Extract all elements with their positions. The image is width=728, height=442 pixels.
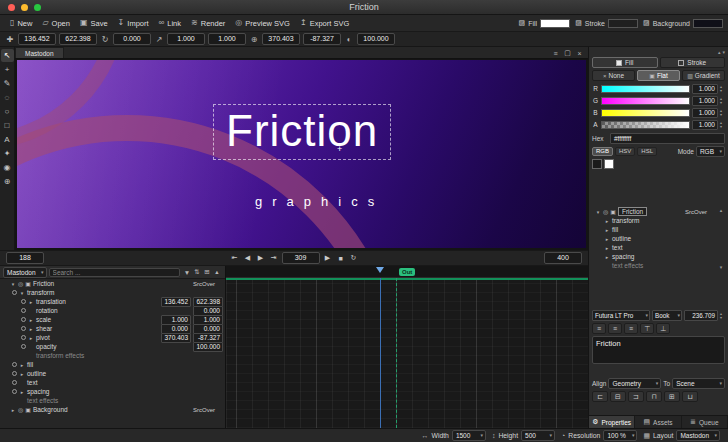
align-relative-select[interactable]: Scene [672,378,725,389]
fill-swatch[interactable] [540,19,570,28]
spinner-icon[interactable] [720,85,725,93]
pivot-x-field[interactable]: 370.403 [262,33,300,45]
record-dot-icon[interactable] [12,362,17,367]
rotation-field[interactable]: 0.000 [113,33,151,45]
expand-arrow-icon[interactable]: ▾ [19,290,25,296]
align-left-button[interactable]: ⊏ [592,391,608,402]
playhead-handle[interactable] [376,267,384,277]
import-button[interactable]: ↧ Import [113,17,154,30]
visibility-eye-icon[interactable]: ◎ [18,406,23,413]
statusbar-select[interactable]: 100 % [603,430,637,441]
timeline-grid[interactable] [226,280,588,428]
save-button[interactable]: ▣ Save [75,17,113,30]
timeline-tree-row[interactable]: ◎ ▣ transform effects [0,351,225,360]
fill-checkbox[interactable] [616,60,622,66]
fill-tab[interactable]: Fill [592,57,658,68]
stroke-checkbox[interactable] [678,60,684,66]
statusbar-select[interactable]: 1500 [452,430,486,441]
record-dot-icon[interactable] [21,317,26,322]
value-field[interactable]: 100.000 [193,342,223,352]
channel-value-field[interactable]: 1.000 [692,84,718,94]
mode-select[interactable]: RGB [696,146,725,157]
record-dot-icon[interactable] [21,344,26,349]
export-svg-button[interactable]: ↥ Export SVG [295,17,354,30]
expand-arrow-icon[interactable]: ▸ [604,227,610,233]
object-tree-row[interactable]: ◎ ▣ text effects [592,261,725,270]
expand-arrow-icon[interactable]: ▸ [19,371,25,377]
blend-mode-select[interactable]: SrcOver [685,209,715,215]
tab-assets[interactable]: ▤ Assets [635,416,681,428]
expand-arrow-icon[interactable]: ▸ [604,254,610,260]
record-dot-icon[interactable] [21,326,26,331]
close-light[interactable] [8,4,15,11]
rgb-mode-button[interactable]: RGB [592,147,613,156]
grid-icon[interactable]: ⊞ [202,268,212,276]
timeline-tree-row[interactable]: ▸ ◎ ▣ pivot 370.403 -87.327 [0,333,225,342]
zoom-light[interactable] [34,4,41,11]
expand-arrow-icon[interactable]: ▸ [28,299,34,305]
paint-flat-button[interactable]: ▣ Flat [637,70,680,81]
value-field[interactable]: 136.452 [161,297,191,307]
frame-end-field[interactable]: 400 [544,252,582,264]
background-swatch[interactable] [693,19,723,28]
record-dot-icon[interactable] [21,308,26,313]
bookmark-color-white[interactable] [604,159,614,169]
pen-tool[interactable]: ✎ [1,77,14,90]
text-align-center-button[interactable]: ≡ [608,323,622,334]
hsv-mode-button[interactable]: HSV [615,147,635,156]
timeline-tree-row[interactable]: ▸ ◎ ▣ fill [0,360,225,369]
record-dot-icon[interactable] [12,389,17,394]
expand-arrow-icon[interactable]: ▸ [28,326,34,332]
object-tree-row[interactable]: ▸ ◎ ▣ outline [592,234,725,243]
text-align-right-button[interactable]: ≡ [624,323,638,334]
point-select-tool[interactable]: + [1,63,14,76]
record-dot-icon[interactable] [12,290,17,295]
timeline-tree-row[interactable]: ◎ ▣ opacity 100.000 [0,342,225,351]
open-button[interactable]: ▱ Open [37,17,75,30]
expand-arrow-icon[interactable]: ▸ [604,236,610,242]
record-dot-icon[interactable] [21,299,26,304]
current-frame-field[interactable]: 309 [282,252,320,264]
search-input[interactable] [49,268,180,277]
scene-select[interactable]: Mastodon [3,267,47,278]
expand-arrow-icon[interactable]: ▾ [595,209,601,215]
timeline-tree-row[interactable]: ◎ ▣ text effects [0,396,225,405]
scale-x-field[interactable]: 1.000 [167,33,205,45]
align-bottom-button[interactable]: ⊔ [682,391,698,402]
canvas-detach-icon[interactable]: ▢ [563,49,572,57]
channel-slider[interactable] [601,97,690,105]
text-content-field[interactable]: Friction [592,336,725,364]
align-target-select[interactable]: Geometry [608,378,661,389]
expand-arrow-icon[interactable]: ▸ [19,389,25,395]
object-tree-row[interactable]: ▸ ◎ ▣ fill [592,225,725,234]
null-object-tool[interactable]: ✦ [1,147,14,160]
timeline-tree-row[interactable]: ▸ ◎ ▣ outline [0,369,225,378]
link-button[interactable]: ∞ Link [154,17,186,30]
timeline-track-area[interactable]: Out [226,266,588,428]
text-valign-top-button[interactable]: ⊤ [640,323,654,334]
object-tree-row[interactable]: ▸ ◎ ▣ text [592,243,725,252]
visibility-eye-icon[interactable]: ◎ [18,280,23,287]
expand-arrow-icon[interactable]: ▾ [10,281,16,287]
value-field[interactable]: 370.403 [161,333,191,343]
font-style-select[interactable]: Book [652,310,682,321]
statusbar-select[interactable]: Mastodon [676,430,720,441]
align-vcenter-button[interactable]: ⊞ [664,391,680,402]
channel-slider[interactable] [601,109,690,117]
timeline-tree-row[interactable]: ▸ ◎ ▣ translation 136.452 622.398 [0,297,225,306]
blend-mode-select[interactable]: SrcOver [193,407,223,413]
out-frame-marker[interactable]: Out [399,268,415,276]
spinner-icon[interactable] [720,121,725,129]
expand-arrow-icon[interactable]: ▸ [10,407,16,413]
object-tree-row[interactable]: ▾ ◎ ▣ Friction SrcOver [592,207,725,216]
preview-svg-button[interactable]: ◎ Preview SVG [230,17,295,30]
tree-scrollbar[interactable]: ▴▾ [717,207,725,270]
hex-field[interactable]: #ffffffff [610,133,725,144]
expand-arrow-icon[interactable]: ▸ [28,317,34,323]
object-select-tool[interactable]: ↖ [1,49,14,62]
tab-queue[interactable]: ≣ Queue [682,416,728,428]
canvas-close-icon[interactable]: × [575,49,584,57]
render-button[interactable]: ≋ Render [186,17,230,30]
frame-start-field[interactable]: 188 [6,252,44,264]
channel-value-field[interactable]: 1.000 [692,108,718,118]
